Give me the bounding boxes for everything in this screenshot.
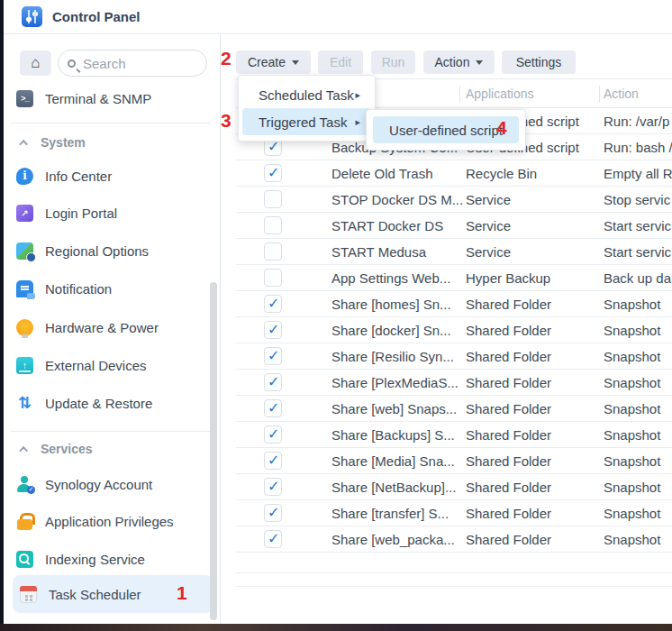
info-icon bbox=[16, 168, 33, 185]
row-checkbox[interactable] bbox=[264, 504, 282, 522]
sidebar-item-info-center[interactable]: Info Center bbox=[16, 163, 209, 188]
task-action: Snapshot bbox=[604, 448, 672, 473]
sidebar-item-label: Login Portal bbox=[45, 206, 117, 221]
sidebar-item-indexing-service[interactable]: Indexing Service bbox=[16, 546, 209, 572]
menu-item-label: User-defined script bbox=[389, 123, 503, 138]
sidebar-item-login-portal[interactable]: Login Portal bbox=[16, 200, 209, 225]
row-checkbox[interactable] bbox=[264, 399, 282, 417]
sidebar: ⌂ Terminal & SNMP System Info Center Log… bbox=[4, 35, 220, 624]
task-application: Service bbox=[466, 213, 601, 238]
task-application: Shared Folder bbox=[466, 474, 601, 499]
task-table: User-defined script Run: /var/p Backup S… bbox=[236, 108, 672, 553]
sidebar-item-synology-account[interactable]: ✓ Synology Account bbox=[16, 471, 209, 497]
table-row[interactable]: Share [docker] Sn... Shared Folder Snaps… bbox=[236, 317, 672, 343]
edit-button[interactable]: Edit bbox=[318, 50, 363, 74]
table-row[interactable]: START Medusa Service Start servic bbox=[236, 239, 672, 265]
sidebar-item-external-devices[interactable]: External Devices bbox=[16, 352, 209, 378]
table-row[interactable]: STOP Docker DS M... Service Stop servic bbox=[236, 187, 672, 213]
row-checkbox[interactable] bbox=[264, 216, 282, 234]
sidebar-item-label: Regional Options bbox=[45, 243, 149, 259]
settings-button[interactable]: Settings bbox=[502, 50, 576, 74]
search-input[interactable] bbox=[83, 56, 197, 71]
task-name: START Medusa bbox=[331, 239, 463, 264]
sidebar-item-update-restore[interactable]: Update & Restore bbox=[16, 390, 209, 416]
row-checkbox[interactable] bbox=[264, 452, 282, 470]
home-icon: ⌂ bbox=[31, 54, 40, 72]
external-devices-icon bbox=[16, 357, 33, 374]
titlebar: Control Panel bbox=[4, 0, 672, 34]
column-separator bbox=[459, 86, 460, 103]
table-row[interactable]: Share [Media] Sna... Shared Folder Snaps… bbox=[236, 448, 672, 474]
run-button[interactable]: Run bbox=[371, 50, 415, 74]
control-panel-icon bbox=[22, 6, 42, 27]
column-header-applications[interactable]: Applications bbox=[466, 79, 534, 107]
sidebar-item-notification[interactable]: Notification bbox=[16, 276, 209, 301]
indexing-search-icon bbox=[16, 551, 33, 568]
home-button[interactable]: ⌂ bbox=[20, 50, 51, 76]
lock-icon bbox=[16, 513, 33, 530]
task-action: Snapshot bbox=[604, 343, 672, 369]
sidebar-section-system[interactable]: System bbox=[16, 133, 209, 151]
task-name: Share [web_packa... bbox=[331, 526, 463, 552]
row-checkbox[interactable] bbox=[264, 269, 282, 287]
task-application: Shared Folder bbox=[466, 396, 601, 421]
table-row[interactable]: Share [transfer] S... Shared Folder Snap… bbox=[236, 500, 672, 526]
row-checkbox[interactable] bbox=[264, 478, 282, 496]
column-header-action[interactable]: Action bbox=[604, 79, 639, 107]
table-row[interactable]: Share [NetBackup]... Shared Folder Snaps… bbox=[236, 474, 672, 500]
row-checkbox[interactable] bbox=[264, 190, 282, 208]
row-checkbox[interactable] bbox=[264, 321, 282, 339]
login-portal-icon bbox=[16, 205, 33, 222]
sidebar-scrollbar[interactable] bbox=[210, 282, 217, 620]
sidebar-item-application-privileges[interactable]: Application Privileges bbox=[16, 508, 209, 534]
annotation-step-1: 1 bbox=[177, 582, 187, 604]
search-box[interactable] bbox=[58, 50, 207, 77]
action-button[interactable]: Action bbox=[423, 50, 495, 74]
submenu-arrow-icon: ▸ bbox=[355, 89, 360, 101]
sidebar-item-hardware-power[interactable]: Hardware & Power bbox=[16, 315, 209, 340]
control-panel-window: Control Panel ⌂ Terminal & SNMP System I… bbox=[4, 0, 672, 624]
row-checkbox[interactable] bbox=[264, 530, 282, 548]
table-row[interactable]: Share [Backups] S... Shared Folder Snaps… bbox=[236, 422, 672, 448]
row-checkbox[interactable] bbox=[264, 295, 282, 313]
table-row[interactable]: Share [Resilio Syn... Shared Folder Snap… bbox=[236, 343, 672, 370]
create-button[interactable]: Create bbox=[236, 50, 311, 74]
task-action: Run: bash / bbox=[604, 134, 672, 160]
task-action: Snapshot bbox=[604, 291, 672, 316]
table-row[interactable]: App Settings Web... Hyper Backup Back up… bbox=[236, 265, 672, 291]
section-label: Services bbox=[41, 442, 93, 456]
sidebar-divider bbox=[11, 123, 211, 123]
window-title: Control Panel bbox=[52, 9, 141, 24]
task-action: Stop servic bbox=[604, 187, 672, 212]
menu-item-triggered-task[interactable]: Triggered Task ▸ bbox=[242, 108, 371, 135]
empty-row-separator bbox=[236, 586, 672, 587]
row-checkbox[interactable] bbox=[264, 242, 282, 261]
task-application: Shared Folder bbox=[466, 526, 601, 552]
table-row[interactable]: Share [web_packa... Shared Folder Snapsh… bbox=[236, 526, 672, 553]
table-row[interactable]: Share [homes] Sn... Shared Folder Snapsh… bbox=[236, 291, 672, 317]
task-application: Shared Folder bbox=[466, 343, 601, 369]
search-icon bbox=[68, 59, 76, 68]
menu-item-scheduled-task[interactable]: Scheduled Task ▸ bbox=[242, 81, 371, 108]
sidebar-item-label: Terminal & SNMP bbox=[45, 91, 151, 106]
table-row[interactable]: Delete Old Trash Recycle Bin Empty all R bbox=[236, 160, 672, 187]
sidebar-item-terminal-snmp[interactable]: Terminal & SNMP bbox=[16, 86, 209, 111]
row-checkbox[interactable] bbox=[264, 347, 282, 365]
annotation-step-3: 3 bbox=[221, 110, 232, 132]
sidebar-item-regional-options[interactable]: Regional Options bbox=[16, 238, 209, 263]
row-checkbox[interactable] bbox=[264, 164, 282, 182]
table-row[interactable]: Share [PlexMediaS... Shared Folder Snaps… bbox=[236, 370, 672, 396]
task-application: Service bbox=[466, 239, 601, 264]
annotation-step-2: 2 bbox=[221, 48, 232, 69]
table-row[interactable]: Share [web] Snaps... Shared Folder Snaps… bbox=[236, 396, 672, 422]
row-checkbox[interactable] bbox=[264, 373, 282, 391]
create-dropdown-menu: Scheduled Task ▸ Triggered Task ▸ bbox=[238, 75, 376, 142]
sidebar-section-services[interactable]: Services bbox=[16, 440, 209, 458]
regional-options-icon bbox=[16, 242, 33, 260]
caret-down-icon bbox=[476, 60, 483, 65]
row-checkbox[interactable] bbox=[264, 425, 282, 444]
table-row[interactable]: START Docker DS Service Start servic bbox=[236, 213, 672, 239]
task-action: Start servic bbox=[604, 213, 672, 238]
task-action: Snapshot bbox=[604, 396, 672, 421]
task-application: Shared Folder bbox=[466, 317, 601, 343]
